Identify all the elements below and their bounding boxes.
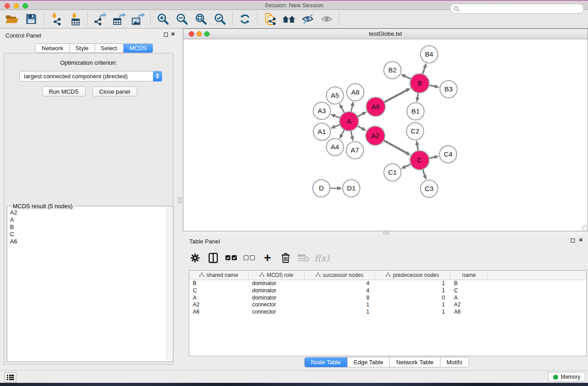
table-cell[interactable]: 1 — [305, 301, 375, 309]
network-graph[interactable]: B4B2BB3A8A5A6A3B1AA1C2A2A4A7C4CC1C3DD1 — [183, 39, 588, 231]
minimize-window-button[interactable] — [14, 3, 19, 9]
table-cell[interactable]: 4 — [305, 280, 375, 287]
table-cell[interactable]: A — [189, 295, 249, 302]
table-cell[interactable]: dominator — [249, 295, 305, 302]
import-table-icon[interactable] — [66, 11, 85, 27]
table-cell[interactable]: A6 — [189, 309, 249, 316]
table-cell[interactable]: connector — [249, 309, 305, 316]
tab-select[interactable]: Select — [95, 44, 124, 52]
graph-edge-C-C3[interactable] — [423, 170, 425, 176]
tab-motifs[interactable]: Motifs — [440, 357, 469, 367]
graph-edge-A-A5[interactable] — [341, 107, 344, 112]
zoom-window-button[interactable] — [204, 31, 210, 37]
add-column-icon[interactable]: + — [262, 252, 273, 264]
column-header-name[interactable]: name — [450, 271, 488, 280]
result-scrollbar[interactable] — [166, 207, 172, 359]
table-cell[interactable]: B — [189, 280, 249, 287]
graph-edge-C-C2[interactable] — [417, 144, 418, 151]
graph-edge-A2-C[interactable] — [384, 141, 407, 153]
delete-column-icon[interactable] — [280, 252, 292, 264]
graph-edge-A-A3[interactable] — [334, 115, 339, 118]
graph-edge-A-A4[interactable] — [341, 130, 344, 135]
divider-handle[interactable] — [178, 197, 182, 203]
graph-edge-A-A7[interactable] — [351, 131, 352, 138]
table-cell[interactable]: B — [450, 280, 488, 287]
table-cell[interactable]: 1 — [305, 309, 375, 316]
export-image-icon[interactable] — [129, 11, 148, 27]
export-network-icon[interactable] — [91, 11, 110, 27]
graph-edge-A-A1[interactable] — [334, 125, 339, 127]
zoom-window-button[interactable] — [23, 3, 28, 9]
table-cell[interactable]: A6 — [450, 309, 488, 316]
graph-edge-A-A6[interactable] — [358, 114, 363, 117]
result-item[interactable]: A — [8, 216, 167, 224]
zoom-in-icon[interactable] — [153, 11, 172, 27]
zoom-fit-icon[interactable] — [191, 11, 210, 27]
tab-network[interactable]: Network — [36, 44, 70, 52]
graph-edge-B-B3[interactable] — [430, 85, 436, 86]
close-panel-button[interactable]: Close panel — [92, 86, 137, 96]
float-panel-icon[interactable] — [164, 33, 168, 37]
divider-handle[interactable] — [383, 232, 389, 234]
window-controls[interactable] — [5, 3, 28, 9]
column-header-MCDS-role[interactable]: MCDS role — [249, 271, 305, 280]
table-row[interactable]: A2connector11A2 — [189, 301, 586, 309]
open-folder-icon[interactable] — [3, 11, 22, 27]
close-panel-icon[interactable]: × — [171, 32, 175, 36]
zoom-selected-icon[interactable] — [210, 11, 229, 27]
graph-edge-A6-B[interactable] — [384, 90, 407, 102]
show-all-icon[interactable] — [317, 11, 336, 27]
result-item[interactable]: A2 — [8, 209, 167, 216]
tab-node-table[interactable]: Node Table — [305, 357, 348, 367]
hide-selected-icon[interactable] — [298, 11, 317, 27]
window-resize-grip[interactable] — [581, 224, 587, 230]
table-cell[interactable]: A2 — [450, 301, 488, 309]
column-header-predecessor-nodes[interactable]: predecessor nodes — [375, 271, 450, 280]
graph-edge-C-C1[interactable] — [404, 164, 410, 167]
search-input[interactable] — [450, 4, 584, 14]
table-cell[interactable]: 8 — [305, 295, 375, 302]
table-cell[interactable]: connector — [249, 301, 305, 309]
tab-mcds[interactable]: MCDS — [124, 44, 153, 52]
network-window-titlebar[interactable]: testGlobe.txt — [183, 29, 588, 39]
graph-edge-B-B4[interactable] — [423, 67, 425, 74]
table-row[interactable]: A6connector11A6 — [189, 309, 586, 316]
import-network-icon[interactable] — [47, 11, 66, 27]
table-settings-icon[interactable] — [189, 252, 201, 264]
table-cell[interactable]: dominator — [249, 280, 305, 287]
result-item[interactable]: C — [8, 231, 167, 238]
refresh-view-icon[interactable] — [235, 11, 254, 27]
network-from-selection-icon[interactable] — [260, 11, 279, 27]
close-window-button[interactable] — [5, 3, 10, 9]
table-cell[interactable]: dominator — [249, 287, 305, 295]
minimize-window-button[interactable] — [196, 31, 202, 37]
table-cell[interactable]: A2 — [189, 301, 249, 309]
tab-style[interactable]: Style — [70, 44, 95, 52]
zoom-out-icon[interactable] — [172, 11, 191, 27]
select-all-rows-icon[interactable] — [225, 252, 237, 264]
run-mcds-button[interactable]: Run MCDS — [42, 86, 86, 96]
table-row[interactable]: Adominator80A — [189, 295, 586, 302]
close-window-button[interactable] — [189, 31, 194, 37]
graph-edge-B-B2[interactable] — [404, 76, 411, 79]
column-header-shared-name[interactable]: shared name — [189, 271, 249, 280]
column-header-successor-nodes[interactable]: successor nodes — [305, 271, 375, 280]
close-panel-icon[interactable]: × — [579, 238, 583, 242]
network-window-controls[interactable] — [189, 31, 210, 37]
table-cell[interactable]: 1 — [375, 309, 450, 316]
graph-edge-B-B1[interactable] — [417, 93, 418, 99]
result-item[interactable]: A6 — [8, 238, 167, 245]
table-cell[interactable]: 1 — [375, 280, 450, 287]
table-cell[interactable]: C — [450, 287, 488, 295]
memory-button[interactable]: Memory — [548, 372, 585, 382]
save-session-icon[interactable] — [22, 11, 41, 27]
graph-edge-A-A8[interactable] — [351, 105, 353, 111]
result-item[interactable]: B — [8, 224, 167, 231]
table-row[interactable]: Bdominator41B — [189, 280, 586, 287]
table-cell[interactable]: 0 — [375, 295, 450, 302]
tab-edge-table[interactable]: Edge Table — [348, 357, 390, 367]
table-cell[interactable]: 1 — [375, 301, 450, 309]
vertical-split-divider[interactable] — [177, 29, 183, 370]
first-neighbors-icon[interactable] — [279, 11, 298, 27]
criterion-dropdown[interactable]: largest connected component (directed) — [19, 71, 162, 81]
